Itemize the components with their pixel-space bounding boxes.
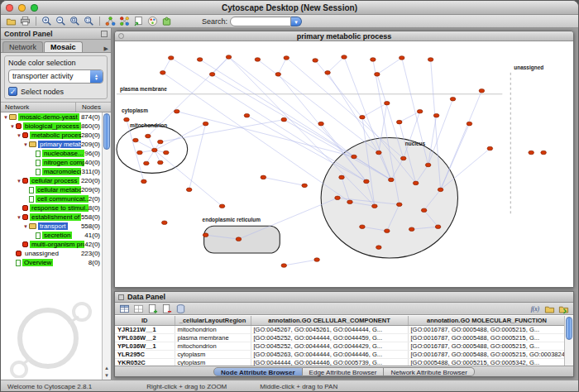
new-network-from-selection-icon[interactable] [118, 16, 131, 27]
graph-node[interactable] [529, 151, 534, 155]
plugin-manager-icon[interactable] [160, 16, 173, 27]
graph-node[interactable] [421, 208, 427, 213]
column-header[interactable]: annotation.GO CELLULAR_COMPONENT [251, 316, 408, 325]
expander-icon[interactable]: ▼ [16, 179, 22, 184]
tab-overflow-icon[interactable]: ▶ [102, 45, 111, 52]
graph-node[interactable] [413, 181, 419, 185]
graph-node[interactable] [438, 188, 443, 192]
tab-node-attribute-browser[interactable]: Node Attribute Browser [213, 367, 303, 376]
tree-scrollbar[interactable]: ▲▼ [102, 112, 111, 380]
tree-item[interactable]: ▼transport558(0) [1, 222, 111, 231]
node-color-dropdown[interactable]: transporter activity ▲▼ [8, 69, 103, 84]
graph-edge[interactable] [213, 57, 229, 74]
graph-node[interactable] [158, 160, 164, 165]
graph-node[interactable] [161, 221, 167, 225]
tree-scrollbar-thumb[interactable] [103, 113, 110, 150]
tree-item[interactable]: multi-organism pro...42(0) [1, 240, 111, 249]
graph-node[interactable] [226, 55, 232, 60]
tree-item[interactable]: cellular metabo...209(0) [1, 185, 111, 194]
graph-node[interactable] [124, 117, 130, 122]
table-row[interactable]: YJR121W__1mitochondrion[GO:0045267, GO:0… [115, 325, 566, 333]
graph-node[interactable] [339, 175, 345, 179]
expander-icon[interactable]: ▼ [16, 215, 22, 220]
table-row[interactable]: YPL036W__2plasma membrane[GO:0045252, GO… [115, 333, 566, 342]
zoom-fit-content-icon[interactable] [83, 16, 95, 27]
delete-attribute-icon[interactable] [160, 303, 173, 314]
graph-node[interactable] [281, 117, 287, 122]
export-attributes-icon[interactable] [557, 303, 570, 314]
tree-item[interactable]: cell communicat...2(0) [1, 194, 111, 203]
graph-node[interactable] [371, 58, 376, 62]
expander-icon[interactable]: ▼ [9, 124, 16, 129]
tree-item[interactable]: macromolecule...311(0) [1, 167, 111, 176]
graph-edge[interactable] [171, 58, 366, 181]
function-builder-icon[interactable]: f(x) [529, 303, 542, 314]
graph-node[interactable] [347, 200, 353, 204]
table-row[interactable]: YLR295Ccytoplasm[GO:0045263, GO:0044444,… [115, 350, 566, 358]
graph-node[interactable] [376, 151, 382, 155]
graph-node[interactable] [435, 225, 441, 229]
graph-node[interactable] [399, 56, 404, 60]
graph-node[interactable] [342, 55, 347, 60]
graph-node[interactable] [318, 122, 324, 126]
import-network-icon[interactable] [132, 16, 145, 27]
graph-node[interactable] [174, 109, 179, 113]
float-panel-icon[interactable] [101, 31, 108, 37]
graph-edge[interactable] [213, 74, 354, 157]
tree-item[interactable]: ▼primary metab...209(0) [1, 140, 111, 149]
data-panel-titlebar[interactable]: Data Panel [115, 292, 573, 303]
graph-edge[interactable] [328, 57, 344, 73]
graph-edge[interactable] [163, 58, 171, 73]
print-icon[interactable] [19, 16, 31, 27]
control-panel-titlebar[interactable]: Control Panel [1, 28, 111, 40]
expander-icon[interactable]: ▼ [22, 224, 29, 229]
tree-scrollbar-arrows[interactable]: ▲▼ [103, 365, 111, 380]
table-row[interactable]: YPL036W__1mitochondrion[GO:0045252, GO:0… [115, 342, 566, 350]
expander-icon[interactable]: ▼ [22, 142, 29, 147]
graph-node[interactable] [275, 73, 281, 77]
graph-edge[interactable] [278, 58, 286, 74]
tree-item[interactable]: nitrogen compo...40(0) [1, 158, 111, 167]
graph-node[interactable] [160, 71, 166, 75]
first-neighbors-icon[interactable] [104, 16, 117, 27]
graph-node[interactable] [364, 179, 370, 184]
column-header[interactable]: ID [115, 316, 175, 325]
graph-edge[interactable] [328, 73, 379, 153]
graph-node[interactable] [467, 122, 472, 126]
graph-edge[interactable] [189, 124, 206, 190]
graph-node[interactable] [284, 56, 290, 60]
graph-node[interactable] [203, 233, 208, 237]
graph-node[interactable] [244, 113, 250, 117]
tree-item[interactable]: unassigned223(0) [1, 249, 111, 258]
graph-node[interactable] [255, 58, 261, 62]
graph-edge[interactable] [155, 151, 223, 207]
vizmapper-icon[interactable] [146, 16, 159, 27]
graph-node[interactable] [376, 246, 382, 250]
tree-item[interactable]: nucleobase...96(0) [1, 149, 111, 158]
graph-node[interactable] [302, 184, 308, 188]
tree-item[interactable]: ▼mosaic-demo-yeast874(0) [1, 112, 111, 122]
zoom-out-icon[interactable] [55, 16, 67, 27]
table-scrollbar[interactable] [564, 316, 573, 366]
graph-node[interactable] [409, 227, 414, 232]
graph-node[interactable] [186, 188, 192, 192]
graph-node[interactable] [335, 196, 341, 200]
graph-node[interactable] [425, 163, 431, 167]
graph-node[interactable] [325, 71, 331, 75]
graph-node[interactable] [417, 109, 423, 113]
zoom-in-icon[interactable] [41, 16, 53, 27]
tree-item[interactable]: response to stimul...8(0) [1, 203, 111, 213]
expander-icon[interactable]: ▼ [2, 115, 9, 120]
graph-node[interactable] [433, 113, 439, 117]
graph-node[interactable] [281, 264, 287, 268]
graph-node[interactable] [163, 151, 169, 155]
tab-network-attribute-browser[interactable]: Network Attribute Browser [384, 367, 474, 376]
graph-node[interactable] [428, 58, 433, 62]
import-attributes-icon[interactable] [543, 303, 556, 314]
graph-node[interactable] [197, 58, 203, 62]
tree-item[interactable]: ▼establishment of lo...558(0) [1, 213, 111, 222]
graph-node[interactable] [168, 56, 174, 60]
tree-item[interactable]: ▼biological_process860(0) [1, 122, 111, 131]
network-view-titlebar[interactable]: primary metabolic process [115, 31, 573, 41]
search-dropdown-arrow[interactable]: ▾ [291, 17, 302, 26]
